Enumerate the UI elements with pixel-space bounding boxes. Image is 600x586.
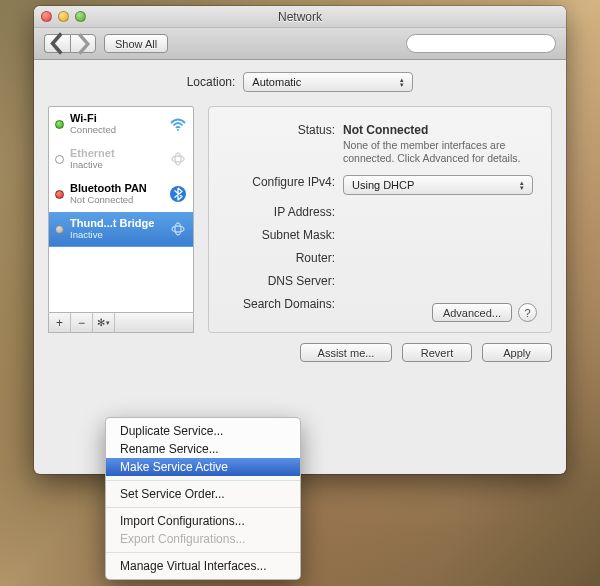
configure-ipv4-select[interactable]: Using DHCP ▴▾ <box>343 175 533 195</box>
thunderbolt-icon <box>165 220 187 238</box>
location-row: Location: Automatic ▴▾ <box>48 72 552 92</box>
window-title: Network <box>34 10 566 24</box>
bluetooth-icon <box>165 185 187 203</box>
status-dot-icon <box>55 155 64 164</box>
zoom-button[interactable] <box>75 11 86 22</box>
router-label: Router: <box>227 251 343 265</box>
svg-point-7 <box>172 226 184 232</box>
revert-button[interactable]: Revert <box>402 343 472 362</box>
configure-ipv4-label: Configure IPv4: <box>227 175 343 189</box>
svg-point-6 <box>175 223 181 235</box>
location-value: Automatic <box>252 76 301 88</box>
forward-button[interactable] <box>70 34 96 53</box>
menu-item-import-configurations[interactable]: Import Configurations... <box>106 512 300 530</box>
status-dot-icon <box>55 225 64 234</box>
dns-server-label: DNS Server: <box>227 274 343 288</box>
close-button[interactable] <box>41 11 52 22</box>
status-label: Status: <box>227 123 343 137</box>
status-dot-icon <box>55 190 64 199</box>
content-area: Location: Automatic ▴▾ Wi-Fi Connected <box>34 60 566 376</box>
search-input[interactable] <box>416 38 554 50</box>
ethernet-icon <box>165 150 187 168</box>
menu-item-duplicate-service[interactable]: Duplicate Service... <box>106 422 300 440</box>
menu-item-make-service-active[interactable]: Make Service Active <box>106 458 300 476</box>
dropdown-arrows-icon: ▴▾ <box>395 75 408 89</box>
service-sidebar: Wi-Fi Connected Ethernet Inactive <box>48 106 194 333</box>
show-all-button[interactable]: Show All <box>104 34 168 53</box>
status-dot-icon <box>55 120 64 129</box>
location-select[interactable]: Automatic ▴▾ <box>243 72 413 92</box>
menu-item-set-service-order[interactable]: Set Service Order... <box>106 485 300 503</box>
add-service-button[interactable]: + <box>49 313 71 332</box>
toolbar: Show All <box>34 28 566 60</box>
svg-point-4 <box>172 156 184 162</box>
location-label: Location: <box>187 75 236 89</box>
search-field[interactable] <box>406 34 556 53</box>
service-name: Thund...t Bridge <box>70 217 159 229</box>
service-action-menu: Duplicate Service... Rename Service... M… <box>105 417 301 580</box>
advanced-button[interactable]: Advanced... <box>432 303 512 322</box>
search-domains-label: Search Domains: <box>227 297 343 311</box>
menu-item-export-configurations: Export Configurations... <box>106 530 300 548</box>
menu-item-rename-service[interactable]: Rename Service... <box>106 440 300 458</box>
ip-address-label: IP Address: <box>227 205 343 219</box>
service-name: Ethernet <box>70 147 159 159</box>
service-status: Connected <box>70 124 159 136</box>
service-status: Not Connected <box>70 194 159 206</box>
apply-button[interactable]: Apply <box>482 343 552 362</box>
svg-point-3 <box>175 153 181 165</box>
traffic-lights <box>41 11 86 22</box>
service-item-bluetooth[interactable]: Bluetooth PAN Not Connected <box>49 177 193 212</box>
action-button-row: Assist me... Revert Apply <box>48 333 552 362</box>
service-list[interactable]: Wi-Fi Connected Ethernet Inactive <box>48 106 194 313</box>
menu-item-manage-virtual-interfaces[interactable]: Manage Virtual Interfaces... <box>106 557 300 575</box>
wifi-icon <box>165 115 187 133</box>
service-name: Wi-Fi <box>70 112 159 124</box>
status-note: None of the member interfaces are connec… <box>343 139 533 165</box>
service-status: Inactive <box>70 229 159 241</box>
service-item-wifi[interactable]: Wi-Fi Connected <box>49 107 193 142</box>
remove-service-button[interactable]: − <box>71 313 93 332</box>
assist-me-button[interactable]: Assist me... <box>300 343 392 362</box>
service-list-toolbar: + − ✻ <box>48 313 194 333</box>
svg-point-2 <box>177 129 179 131</box>
service-item-thunderbolt-bridge[interactable]: Thund...t Bridge Inactive <box>49 212 193 247</box>
help-button[interactable]: ? <box>518 303 537 322</box>
network-preferences-window: Network Show All Location: Automatic ▴▾ <box>34 6 566 474</box>
back-button[interactable] <box>44 34 70 53</box>
service-name: Bluetooth PAN <box>70 182 159 194</box>
titlebar[interactable]: Network <box>34 6 566 28</box>
subnet-mask-label: Subnet Mask: <box>227 228 343 242</box>
configure-ipv4-value: Using DHCP <box>352 179 414 191</box>
service-item-ethernet[interactable]: Ethernet Inactive <box>49 142 193 177</box>
service-detail-panel: Status: Not Connected None of the member… <box>208 106 552 333</box>
dropdown-arrows-icon: ▴▾ <box>515 178 528 192</box>
minimize-button[interactable] <box>58 11 69 22</box>
service-status: Inactive <box>70 159 159 171</box>
status-value: Not Connected <box>343 123 428 137</box>
nav-buttons <box>44 34 96 53</box>
service-action-menu-button[interactable]: ✻ <box>93 313 115 332</box>
